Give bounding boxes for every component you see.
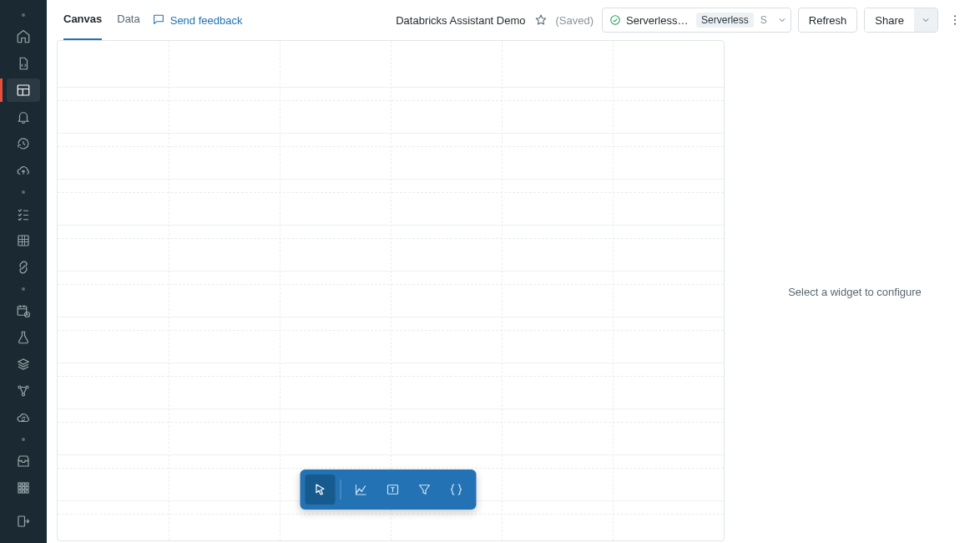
workspace-icon[interactable] [7,52,40,75]
left-nav [0,0,47,543]
config-placeholder: Select a widget to configure [788,286,922,298]
text-tool[interactable] [378,474,408,505]
send-feedback-label: Send feedback [170,14,243,27]
grid-line [169,41,169,540]
cloud-sync-icon[interactable] [7,406,40,429]
models-icon[interactable] [7,353,40,376]
grid-line [724,41,725,540]
widget-toolbar [301,469,477,510]
compute-size-letter: S [760,14,767,26]
share-dropdown[interactable] [914,8,937,32]
config-panel: Select a widget to configure [730,40,980,543]
grid-line [391,41,391,540]
history-icon[interactable] [7,132,40,155]
chevron-down-icon [777,15,787,25]
toolbar-divider [341,480,341,500]
share-button-group: Share [864,8,938,33]
tabs: Canvas Data [63,0,140,41]
grid-line [613,41,614,540]
nav-separator [22,13,25,17]
dashboard-canvas[interactable] [57,40,725,541]
nav-separator [22,287,25,291]
delta-icon[interactable] [7,379,40,403]
compute-selector[interactable]: Serverless Sta… Serverless S [602,8,791,33]
header-bar: Canvas Data Send feedback Databricks Ass… [47,0,980,40]
jobs-icon[interactable] [7,299,40,322]
favorite-button[interactable] [534,13,548,27]
dashboard-title[interactable]: Databricks Assistant Demo [396,14,525,27]
queries-icon[interactable] [7,202,40,226]
send-feedback-link[interactable]: Send feedback [152,13,243,28]
grid-line [280,41,280,540]
collapse-icon[interactable] [7,510,40,533]
connections-icon[interactable] [7,256,40,279]
filter-tool[interactable] [410,474,440,505]
status-ok-icon [609,14,621,26]
cursor-tool[interactable] [306,474,336,505]
tab-canvas[interactable]: Canvas [63,0,102,41]
marketplace-icon[interactable] [7,449,40,473]
partner-icon[interactable] [7,476,40,500]
more-menu-button[interactable] [943,8,967,32]
dashboards-icon[interactable] [7,79,40,102]
compute-chip: Serverless [696,13,754,28]
nav-separator [22,190,25,194]
share-button[interactable]: Share [865,8,914,32]
saved-status: (Saved) [556,14,594,27]
data-icon[interactable] [7,229,40,252]
main: Select a widget to configure [47,40,980,543]
alerts-icon[interactable] [7,105,40,129]
nav-separator [22,438,25,441]
compute-name: Serverless Sta… [626,14,691,27]
chart-tool[interactable] [346,474,376,505]
code-tool[interactable] [442,474,472,505]
chat-icon [152,13,165,28]
warehouses-icon[interactable] [7,159,40,182]
tab-data[interactable]: Data [117,0,139,41]
refresh-button[interactable]: Refresh [798,8,858,33]
canvas-container [47,40,730,543]
experiments-icon[interactable] [7,326,40,349]
grid-line [502,41,503,540]
home-icon[interactable] [7,25,40,48]
